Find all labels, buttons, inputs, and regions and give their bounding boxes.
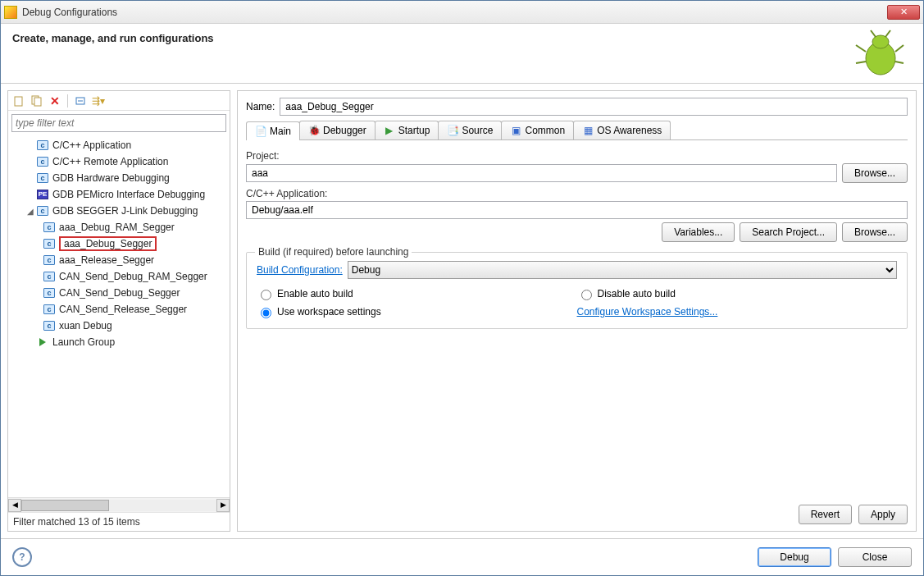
tab-main[interactable]: 📄Main [246, 121, 300, 140]
tree-item[interactable]: cC/C++ Application [8, 137, 230, 153]
application-browse-button[interactable]: Browse... [842, 222, 908, 242]
build-settings-group: Build (if required) before launching Bui… [246, 252, 908, 329]
tree-item[interactable]: cC/C++ Remote Application [8, 153, 230, 170]
play-icon: ▶ [384, 125, 395, 136]
title-bar[interactable]: Debug Configurations ✕ [1, 1, 923, 24]
tab-source[interactable]: 📑Source [438, 121, 502, 139]
name-input[interactable] [280, 98, 908, 116]
build-legend: Build (if required) before launching [255, 246, 412, 258]
search-project-button[interactable]: Search Project... [740, 222, 837, 242]
tree-child-item-selected[interactable]: caaa_Debug_Segger [8, 235, 230, 252]
common-icon: ▣ [510, 125, 521, 136]
filter-button[interactable]: ⇶▾ [91, 94, 106, 108]
tab-os-awareness[interactable]: ▦OS Awareness [573, 121, 671, 139]
project-browse-button[interactable]: Browse... [842, 163, 908, 183]
os-icon: ▦ [582, 125, 594, 136]
svg-point-1 [872, 35, 889, 48]
file-icon: 📄 [255, 126, 266, 137]
window-close-button[interactable]: ✕ [887, 5, 920, 20]
tab-main-content: Project: Browse... C/C++ Application: Va… [246, 147, 908, 498]
tree-child-item[interactable]: cCAN_Send_Debug_RAM_Segger [8, 268, 230, 285]
scroll-thumb[interactable] [21, 500, 109, 511]
new-config-button[interactable] [11, 94, 26, 108]
help-button[interactable]: ? [12, 547, 32, 567]
duplicate-config-button[interactable] [30, 94, 44, 108]
tree-item[interactable]: cGDB Hardware Debugging [8, 170, 230, 186]
detail-button-row: Revert Apply [246, 498, 908, 524]
revert-button[interactable]: Revert [799, 505, 852, 524]
application-label: C/C++ Application: [246, 188, 908, 199]
svg-line-2 [856, 45, 866, 52]
tree-item-expanded[interactable]: ◢cGDB SEGGER J-Link Debugging [8, 203, 230, 219]
debug-configurations-window: Debug Configurations ✕ Create, manage, a… [0, 0, 924, 576]
dialog-footer: ? Debug Close [1, 538, 923, 575]
tree-child-item[interactable]: caaa_Release_Segger [8, 252, 230, 268]
tree-item[interactable]: PEGDB PEMicro Interface Debugging [8, 186, 230, 203]
scroll-left-button[interactable]: ◀ [8, 499, 21, 512]
scroll-right-button[interactable]: ▶ [216, 499, 230, 512]
project-input[interactable] [246, 164, 837, 182]
svg-line-3 [856, 62, 866, 63]
bug-icon: 🐞 [308, 125, 320, 136]
configure-workspace-link[interactable]: Configure Workspace Settings... [577, 305, 898, 318]
config-toolbar: ✕ ⇶▾ [8, 91, 230, 111]
close-button[interactable]: Close [838, 547, 912, 567]
svg-line-4 [895, 45, 904, 52]
filter-status: Filter matched 13 of 15 items [8, 512, 230, 531]
config-tree[interactable]: cC/C++ Application cC/C++ Remote Applica… [8, 135, 230, 497]
tree-child-item[interactable]: cCAN_Send_Debug_Segger [8, 285, 230, 301]
build-config-select[interactable]: Debug [348, 261, 897, 279]
filter-input[interactable] [11, 114, 226, 132]
use-workspace-radio[interactable]: Use workspace settings [257, 305, 577, 318]
source-icon: 📑 [447, 125, 458, 136]
disable-auto-build-radio[interactable]: Disable auto build [577, 287, 898, 300]
toolbar-separator [67, 94, 68, 107]
config-detail-panel: Name: 📄Main 🐞Debugger ▶Startup 📑Source ▣… [237, 90, 917, 532]
svg-line-5 [895, 62, 904, 63]
delete-config-button[interactable]: ✕ [48, 94, 62, 108]
variables-button[interactable]: Variables... [662, 222, 735, 242]
tree-item[interactable]: Launch Group [8, 334, 230, 350]
scroll-track[interactable] [21, 500, 216, 511]
name-label: Name: [246, 101, 275, 112]
build-config-link[interactable]: Build Configuration: [257, 264, 343, 276]
enable-auto-build-radio[interactable]: Enable auto build [257, 287, 577, 300]
dialog-header: Create, manage, and run configurations [1, 24, 923, 84]
tree-child-item[interactable]: caaa_Debug_RAM_Segger [8, 219, 230, 235]
svg-line-6 [871, 30, 876, 37]
config-list-panel: ✕ ⇶▾ cC/C++ Application cC/C++ Remote Ap… [7, 90, 230, 532]
svg-rect-8 [15, 97, 22, 106]
horizontal-scrollbar[interactable]: ◀ ▶ [8, 497, 230, 512]
debug-bug-icon [853, 27, 905, 80]
tree-child-item[interactable]: cCAN_Send_Release_Segger [8, 301, 230, 318]
tab-common[interactable]: ▣Common [501, 121, 574, 139]
tab-startup[interactable]: ▶Startup [375, 121, 439, 139]
tree-child-item[interactable]: cxuan Debug [8, 318, 230, 334]
debug-button[interactable]: Debug [758, 547, 831, 567]
dialog-content: ✕ ⇶▾ cC/C++ Application cC/C++ Remote Ap… [1, 84, 923, 538]
config-tabs: 📄Main 🐞Debugger ▶Startup 📑Source ▣Common… [246, 121, 908, 140]
collapse-all-button[interactable] [73, 94, 88, 108]
svg-rect-10 [34, 98, 41, 106]
tab-debugger[interactable]: 🐞Debugger [299, 121, 376, 139]
dialog-title: Create, manage, and run configurations [12, 32, 853, 44]
filter-box [11, 114, 226, 132]
window-title: Debug Configurations [22, 7, 887, 18]
apply-button[interactable]: Apply [858, 505, 908, 524]
app-icon [4, 6, 17, 19]
svg-line-7 [885, 30, 890, 37]
application-input[interactable] [246, 201, 908, 219]
project-label: Project: [246, 150, 908, 162]
